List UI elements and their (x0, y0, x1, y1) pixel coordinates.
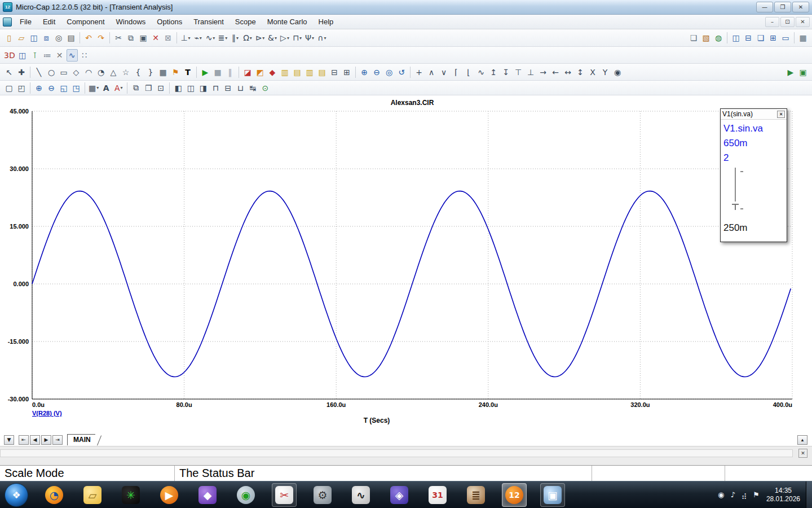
tab-main[interactable]: MAIN (67, 434, 95, 445)
text-tool-icon[interactable]: T (182, 66, 193, 78)
shape-editor-icon[interactable]: ▧ (700, 32, 712, 44)
performance-windows-icon[interactable]: ◫ (17, 49, 28, 62)
zoom-in-icon[interactable]: ⊕ (359, 66, 370, 78)
horizontal-tag-icon[interactable]: ↔ (562, 66, 573, 78)
picture-tool-icon[interactable]: ▦ (157, 66, 169, 78)
paste-icon[interactable]: ▣ (138, 32, 149, 44)
pan-mode-icon[interactable]: ✚ (16, 66, 27, 78)
global-low-tag-icon[interactable]: ↧ (500, 66, 511, 78)
strip-close-button[interactable]: ✕ (798, 449, 807, 458)
clear-icon[interactable]: ⊠ (162, 32, 174, 44)
calendar-icon[interactable]: 31 (425, 483, 450, 507)
cursor-mode-icon[interactable]: + (413, 66, 425, 78)
triangle-tool-icon[interactable]: △ (108, 66, 119, 78)
copy-view-icon[interactable]: ⧉ (130, 82, 142, 94)
distribute-horizontal-icon[interactable]: ↹ (247, 82, 258, 94)
child-minimize-button[interactable]: – (765, 17, 779, 27)
global-high-tag-icon[interactable]: ↥ (488, 66, 499, 78)
arc-tool-icon[interactable]: ◠ (83, 66, 94, 78)
zoom-out-icon[interactable]: ⊖ (371, 66, 382, 78)
resistor-icon[interactable]: Ω▾ (242, 32, 253, 44)
restore-scale-icon[interactable]: ↺ (396, 66, 407, 78)
run-button-icon[interactable]: ▶ (200, 66, 211, 78)
split-window-icon[interactable]: ⊞ (767, 32, 779, 44)
waveform-probe-icon[interactable]: ▥ (304, 66, 315, 78)
media-player-icon[interactable]: ▶ (157, 483, 182, 507)
violet-app-icon[interactable]: ◈ (387, 483, 412, 507)
cut-icon[interactable]: ✂ (113, 32, 124, 44)
left-brace-tool-icon[interactable]: { (133, 66, 144, 78)
origin-icon[interactable]: ⊙ (259, 82, 271, 94)
zoom-area-icon[interactable]: ◱ (58, 82, 69, 94)
pane-scroll-button[interactable]: ▴ (797, 435, 807, 445)
transient-plot[interactable]: 45.00030.00015.0000.000-15.000-30.0000.0… (0, 95, 812, 446)
paste-view-icon[interactable]: ⊡ (155, 82, 166, 94)
zoom-out-icon[interactable]: ⊖ (46, 82, 57, 94)
volume-icon[interactable]: ♪ (730, 491, 735, 499)
diamond-tool-icon[interactable]: ◇ (70, 66, 82, 78)
star-tool-icon[interactable]: ☆ (120, 66, 131, 78)
font-icon[interactable]: A (100, 82, 112, 94)
maximize-window-icon[interactable]: ▭ (780, 32, 791, 44)
child-restore-button[interactable]: ⊡ (780, 17, 795, 27)
menu-monte-carlo[interactable]: Monte Carlo (262, 15, 313, 28)
dc-operating-point-icon[interactable]: ◪ (242, 66, 253, 78)
tile-vertical-icon[interactable]: ◫ (730, 32, 742, 44)
scroll-strip[interactable] (0, 449, 793, 457)
transistor-icon[interactable]: Ψ▾ (304, 32, 315, 44)
pause-button-icon[interactable]: ‖ (224, 66, 236, 78)
inflection-tag-icon[interactable]: ∿ (475, 66, 487, 78)
copy-icon[interactable]: ⧉ (125, 32, 136, 44)
diode-icon[interactable]: ⊳▾ (254, 32, 266, 44)
close-button[interactable]: ✕ (792, 2, 809, 12)
battery-icon[interactable]: ≣▾ (217, 32, 228, 44)
child-close-button[interactable]: ✕ (796, 17, 810, 27)
menu-transient[interactable]: Transient (188, 15, 230, 28)
show-desktop-button[interactable] (806, 481, 812, 508)
tag-point-icon[interactable]: ◉ (612, 66, 623, 78)
region-select-icon[interactable]: ◰ (16, 82, 27, 94)
align-center-icon[interactable]: ◫ (185, 82, 196, 94)
network-icon[interactable]: ⣴ (742, 491, 747, 499)
go-to-x-icon[interactable]: X (587, 66, 598, 78)
micro-cap-icon[interactable]: 12 (502, 483, 527, 507)
print-icon[interactable]: ▤ (65, 32, 77, 44)
vertical-tag-icon[interactable]: ↕ (575, 66, 586, 78)
enlarge-grid-icon[interactable]: ⊞ (341, 66, 352, 78)
sine-source-icon[interactable]: ∿▾ (205, 32, 216, 44)
delete-icon[interactable]: ✕ (150, 32, 161, 44)
oscilloscope-icon[interactable]: ∿ (348, 483, 373, 507)
align-top-icon[interactable]: ⊓ (210, 82, 221, 94)
opamp-icon[interactable]: ▷▾ (279, 32, 290, 44)
last-page-button[interactable]: ⇥ (52, 435, 63, 445)
open-file-icon[interactable]: ▱ (16, 32, 27, 44)
file-explorer-icon[interactable]: ▱ (80, 483, 105, 507)
undo-icon[interactable]: ↶ (83, 32, 94, 44)
legend-series-label[interactable]: V(R28) (V) (32, 410, 62, 417)
align-left-icon[interactable]: ◧ (173, 82, 184, 94)
align-bottom-icon[interactable]: ⊔ (235, 82, 246, 94)
state-variables-icon[interactable]: ◩ (254, 66, 266, 78)
utility-app-icon[interactable]: ◉ (233, 483, 258, 507)
pie-tool-icon[interactable]: ◔ (95, 66, 107, 78)
calculator-icon[interactable]: ▦ (797, 32, 809, 44)
menu-help[interactable]: Help (313, 15, 339, 28)
valley-tag-icon[interactable]: ∨ (438, 66, 449, 78)
cascade-windows-icon[interactable]: ❏ (755, 32, 766, 44)
slider-window-icon[interactable]: ⊺ (29, 49, 41, 62)
rectangle-tool-icon[interactable]: ▭ (58, 66, 69, 78)
action-center-flag-icon[interactable]: ⚑ (753, 491, 760, 499)
wire-mode-icon[interactable]: ⌁▾ (192, 32, 204, 44)
zoom-in-icon[interactable]: ⊕ (33, 82, 45, 94)
menu-file[interactable]: File (14, 15, 37, 28)
previous-point-icon[interactable]: ← (550, 66, 561, 78)
align-right-icon[interactable]: ◨ (197, 82, 209, 94)
tray-app-icon[interactable]: ◉ (718, 491, 724, 499)
align-middle-icon[interactable]: ⊟ (222, 82, 233, 94)
minimize-button[interactable]: — (756, 2, 773, 12)
data-display-icon[interactable]: ▤ (316, 66, 328, 78)
3d-windows-icon[interactable]: 3D (3, 49, 16, 62)
help-topics-icon[interactable]: ◍ (713, 32, 724, 44)
color-icon[interactable]: A▾ (113, 82, 124, 94)
scope-properties-icon[interactable]: ▣ (797, 66, 809, 78)
